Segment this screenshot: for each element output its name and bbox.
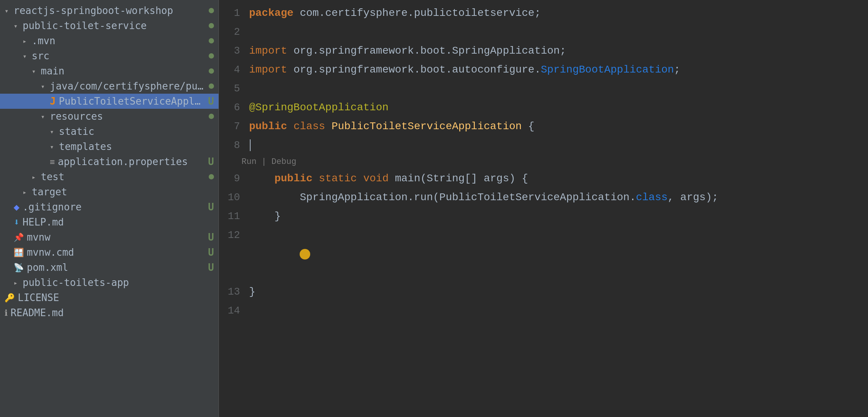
code-line-5: 5 (219, 79, 868, 98)
tree-label: reactjs-springboot-workshop (14, 5, 206, 16)
code-text: SpringApplication.run(PublicToiletServic… (249, 188, 868, 207)
code-line-7: 7 public class PublicToiletServiceApplic… (219, 117, 868, 136)
code-line-2: 2 (219, 23, 868, 42)
tree-item-resources[interactable]: ▾ resources (0, 109, 219, 124)
code-line-4: 4 import org.springframework.boot.autoco… (219, 60, 868, 79)
file-tree: ▾ reactjs-springboot-workshop ▾ public-t… (0, 0, 219, 417)
tree-label: pom.xml (27, 262, 205, 273)
line-number: 10 (219, 188, 249, 207)
arrow-icon: ▾ (14, 22, 20, 30)
license-icon: 🔑 (5, 293, 15, 303)
tree-item-readmemd[interactable]: ℹ README.md (0, 305, 219, 320)
java-file-icon: J (50, 96, 56, 107)
arrow-icon: ▾ (23, 52, 29, 60)
tree-item-test[interactable]: ▸ test (0, 169, 219, 184)
line-number: 14 (219, 301, 249, 320)
tree-item-mvnw[interactable]: 📌 mvnw U (0, 230, 219, 245)
status-dot (209, 53, 214, 59)
arrow-icon: ▸ (23, 37, 29, 45)
status-dot (209, 23, 214, 28)
arrow-icon: ▸ (23, 188, 29, 196)
arrow-icon: ▾ (41, 82, 48, 90)
vcs-badge: U (208, 262, 214, 273)
tree-label: java/com/certifysphere/publictoiletservi… (50, 80, 206, 92)
code-line-9: 9 public static void main(String[] args)… (219, 169, 868, 188)
status-dot (209, 83, 214, 89)
status-dot (209, 38, 214, 43)
status-dot (209, 68, 214, 74)
tree-item-src[interactable]: ▾ src (0, 48, 219, 63)
tree-label: target (32, 186, 214, 198)
tree-label: LICENSE (18, 292, 214, 303)
tree-item-mvn[interactable]: ▸ .mvn (0, 33, 219, 48)
tree-label: src (32, 50, 206, 62)
bulb-icon[interactable] (300, 249, 310, 259)
code-line-12: 12 (219, 226, 868, 283)
code-line-3: 3 import org.springframework.boot.Spring… (219, 42, 868, 60)
code-content: 1 package com.certifysphere.publictoilet… (219, 0, 868, 324)
code-line-13: 13 } (219, 283, 868, 301)
line-number: 12 (219, 226, 249, 245)
line-number: 9 (219, 169, 249, 188)
line-number: 7 (219, 117, 249, 136)
tree-label: main (41, 65, 206, 77)
readme-icon: ℹ (5, 308, 8, 318)
code-line-14: 14 (219, 301, 868, 320)
arrow-icon: ▾ (50, 128, 57, 136)
vcs-badge: U (208, 156, 214, 167)
arrow-icon: ▸ (32, 173, 38, 181)
gitignore-icon: ◆ (14, 201, 20, 213)
tree-item-mvnwcmd[interactable]: 🪟 mvnw.cmd U (0, 245, 219, 260)
line-number: 6 (219, 98, 249, 117)
tree-item-license[interactable]: 🔑 LICENSE (0, 290, 219, 305)
tree-item-static[interactable]: ▾ static (0, 124, 219, 139)
tree-label: mvnw.cmd (27, 247, 205, 258)
help-icon: ⬇ (14, 216, 20, 228)
tree-item-helpmd[interactable]: ⬇ HELP.md (0, 215, 219, 230)
code-text: import org.springframework.boot.SpringAp… (249, 42, 868, 60)
code-text: public static void main(String[] args) { (249, 169, 868, 188)
tree-item-pomxml[interactable]: 📡 pom.xml U (0, 260, 219, 275)
code-line-1: 1 package com.certifysphere.publictoilet… (219, 4, 868, 23)
tree-item-reactjs-workshop[interactable]: ▾ reactjs-springboot-workshop (0, 3, 219, 18)
status-dot (209, 114, 214, 119)
arrow-icon: ▸ (14, 279, 20, 287)
tree-item-target[interactable]: ▸ target (0, 184, 219, 199)
tree-label: public-toilets-app (23, 277, 214, 288)
code-line-11: 11 } (219, 207, 868, 226)
status-dot (209, 8, 214, 13)
vcs-badge: U (208, 247, 214, 258)
vcs-badge: U (208, 201, 214, 213)
tree-label: PublicToiletServiceApplication.java (59, 96, 205, 107)
tree-item-java-path[interactable]: ▾ java/com/certifysphere/publictoiletser… (0, 79, 219, 94)
tree-item-gitignore[interactable]: ◆ .gitignore U (0, 199, 219, 215)
tree-item-application-properties[interactable]: ≡ application.properties U (0, 154, 219, 169)
arrow-icon: ▾ (5, 7, 11, 15)
line-number: 3 (219, 42, 249, 60)
arrow-icon: ▾ (32, 67, 38, 75)
code-text: } (249, 207, 868, 226)
tree-item-templates[interactable]: ▾ templates (0, 139, 219, 154)
tree-label: mvnw (27, 232, 205, 243)
tree-label: templates (59, 141, 214, 152)
code-text: } (249, 283, 868, 301)
code-text (249, 136, 868, 155)
tree-item-public-toilet-service[interactable]: ▾ public-toilet-service (0, 18, 219, 33)
tree-item-public-toilet-application[interactable]: J PublicToiletServiceApplication.java U (0, 94, 219, 109)
run-debug-hint: Run | Debug (242, 155, 296, 169)
tree-item-main[interactable]: ▾ main (0, 63, 219, 79)
code-text: @SpringBootApplication (249, 98, 868, 117)
tree-label: .mvn (32, 35, 206, 46)
code-line-6: 6 @SpringBootApplication (219, 98, 868, 117)
pom-icon: 📡 (14, 263, 24, 272)
line-number: 11 (219, 207, 249, 226)
tree-label: .gitignore (23, 201, 205, 213)
line-number: 2 (219, 23, 249, 42)
status-dot (209, 174, 214, 179)
vcs-badge: U (208, 232, 214, 243)
tree-label: HELP.md (23, 216, 214, 228)
line-number: 13 (219, 283, 249, 301)
line-number: 4 (219, 60, 249, 79)
code-text: import org.springframework.boot.autoconf… (249, 60, 868, 79)
tree-item-public-toilets-app[interactable]: ▸ public-toilets-app (0, 275, 219, 290)
